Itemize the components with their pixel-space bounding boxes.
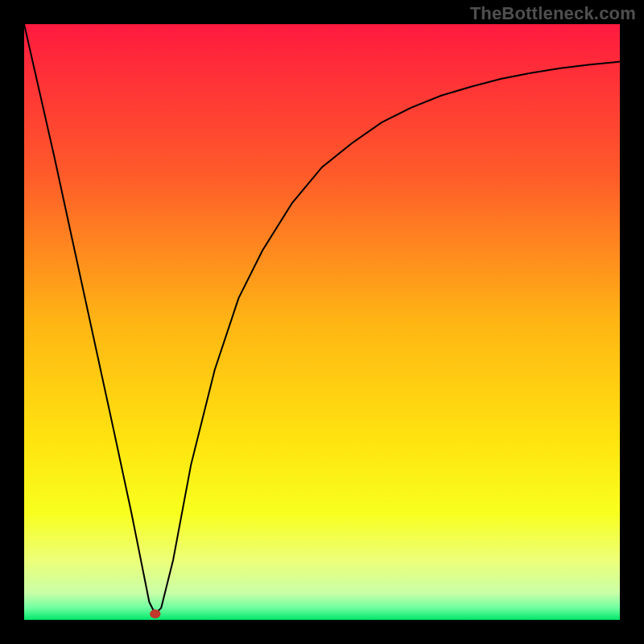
svg-rect-0 [24,24,620,620]
background-gradient [24,24,620,620]
plot-area [24,24,620,620]
watermark-text: TheBottleneck.com [470,3,636,24]
chart-frame: TheBottleneck.com [0,0,644,644]
